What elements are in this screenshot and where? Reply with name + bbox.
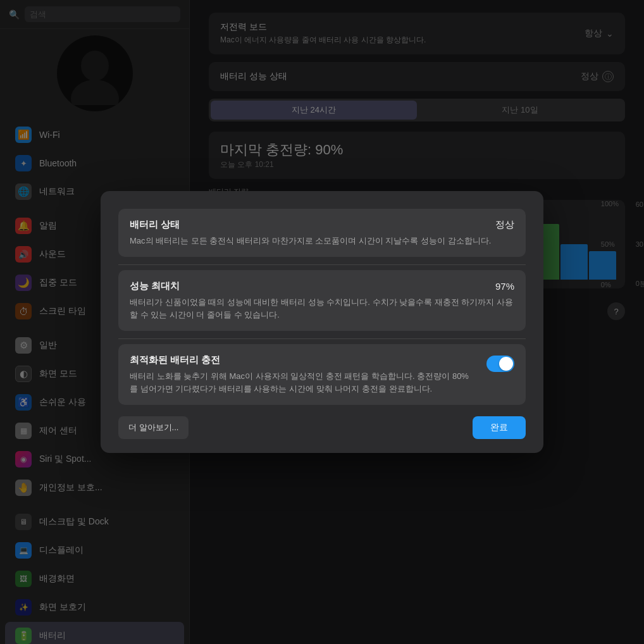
modal-optimized-section: 최적화된 배터리 충전 배터리 노화를 늦추기 위해 Mac이 사용자의 일상적… [118, 344, 526, 405]
modal-optimized-container: 최적화된 배터리 충전 배터리 노화를 늦추기 위해 Mac이 사용자의 일상적… [130, 354, 514, 395]
modal-optimized-desc: 배터리 노화를 늦추기 위해 Mac이 사용자의 일상적인 충전 패턴을 학습합… [130, 370, 476, 395]
modal-optimized-text: 최적화된 배터리 충전 배터리 노화를 늦추기 위해 Mac이 사용자의 일상적… [130, 354, 476, 395]
modal-battery-status-header: 배터리 상태 정상 [130, 219, 514, 231]
modal-battery-status-value: 정상 [495, 219, 514, 231]
modal-max-capacity-header: 성능 최대치 97% [130, 280, 514, 292]
modal-max-capacity-section: 성능 최대치 97% 배터리가 신품이었을 때의 성능에 대비한 배터리 성능 … [118, 270, 526, 331]
modal-overlay[interactable]: 배터리 상태 정상 Mac의 배터리는 모든 충전식 배터리와 마찬가지로 소모… [0, 0, 644, 644]
modal-optimized-title: 최적화된 배터리 충전 [130, 354, 476, 366]
modal-divider-2 [118, 338, 526, 339]
optimized-toggle[interactable] [486, 356, 514, 372]
modal-divider-1 [118, 264, 526, 265]
battery-info-modal: 배터리 상태 정상 Mac의 배터리는 모든 충전식 배터리와 마찬가지로 소모… [101, 191, 543, 454]
modal-max-capacity-desc: 배터리가 신품이었을 때의 성능에 대비한 배터리 성능 수치입니다. 수치가 … [130, 296, 514, 321]
learn-more-button[interactable]: 더 알아보기... [118, 416, 189, 439]
modal-footer: 더 알아보기... 완료 [118, 416, 526, 439]
modal-battery-status-section: 배터리 상태 정상 Mac의 배터리는 모든 충전식 배터리와 마찬가지로 소모… [118, 209, 526, 257]
modal-battery-status-desc: Mac의 배터리는 모든 충전식 배터리와 마찬가지로 소모품이며 시간이 지날… [130, 235, 514, 247]
modal-max-capacity-value: 97% [495, 281, 514, 292]
modal-max-capacity-title: 성능 최대치 [130, 280, 180, 292]
done-button[interactable]: 완료 [473, 416, 526, 439]
modal-battery-status-title: 배터리 상태 [130, 219, 180, 231]
